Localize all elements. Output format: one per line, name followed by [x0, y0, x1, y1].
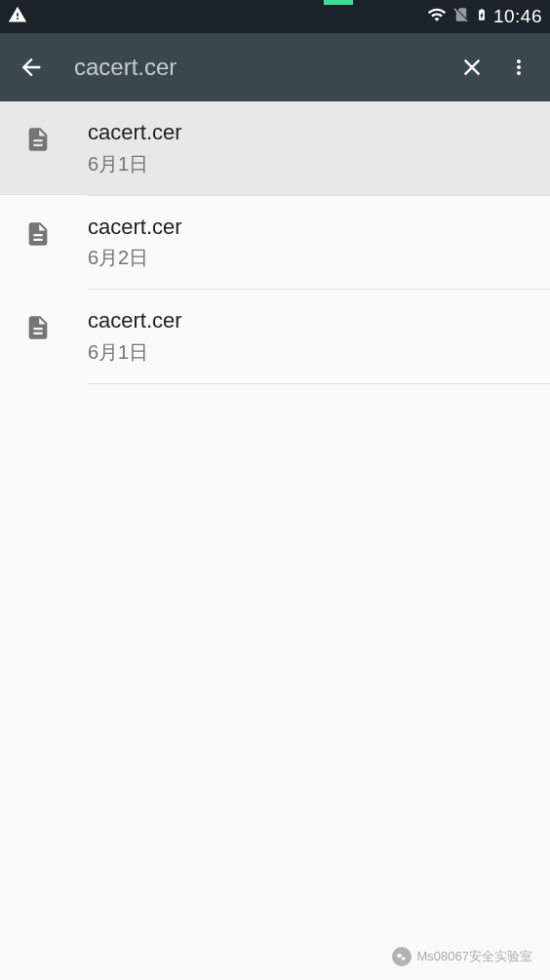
file-icon: [18, 214, 59, 251]
app-bar: [0, 33, 550, 101]
search-input[interactable]: [74, 54, 449, 81]
status-time: 10:46: [493, 6, 542, 27]
file-text: cacert.cer 6月1日: [88, 307, 182, 366]
file-date: 6月1日: [88, 151, 182, 177]
file-name: cacert.cer: [88, 214, 182, 242]
status-accent: [324, 0, 353, 5]
warning-icon: [8, 5, 27, 29]
watermark: Ms08067安全实验室: [392, 947, 532, 966]
watermark-text: Ms08067安全实验室: [417, 948, 532, 965]
file-date: 6月2日: [88, 245, 182, 271]
file-name: cacert.cer: [88, 307, 182, 335]
list-item[interactable]: cacert.cer 6月2日: [0, 196, 550, 290]
list-item[interactable]: cacert.cer 6月1日: [0, 290, 550, 383]
status-bar: 10:46: [0, 0, 550, 33]
overflow-menu-button[interactable]: [495, 44, 542, 91]
battery-charging-icon: [475, 4, 489, 30]
list-item[interactable]: cacert.cer 6月1日: [0, 101, 550, 195]
file-text: cacert.cer 6月1日: [88, 119, 182, 177]
divider: [88, 383, 550, 384]
status-right: 10:46: [426, 4, 542, 30]
wifi-icon: [426, 5, 448, 29]
no-sim-icon: [452, 5, 470, 29]
file-date: 6月1日: [88, 339, 182, 366]
wechat-icon: [392, 947, 412, 966]
results-list: cacert.cer 6月1日 cacert.cer 6月2日 cacert.c…: [0, 101, 550, 384]
back-button[interactable]: [8, 44, 55, 91]
search-input-wrap: [74, 54, 449, 81]
status-left: [8, 5, 27, 29]
file-icon: [18, 307, 59, 344]
file-name: cacert.cer: [88, 119, 182, 147]
file-text: cacert.cer 6月2日: [88, 214, 182, 272]
file-icon: [18, 119, 59, 156]
clear-button[interactable]: [449, 44, 495, 91]
